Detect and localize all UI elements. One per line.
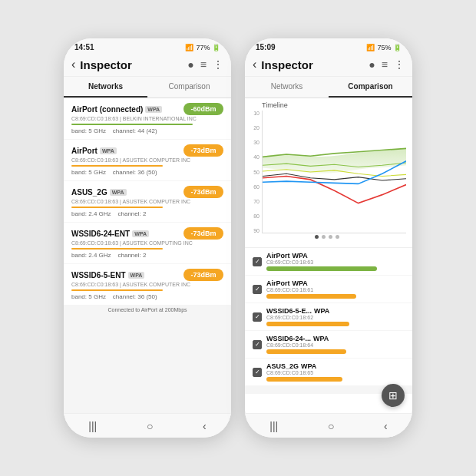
comp-wpa-4: WPA — [313, 335, 329, 342]
signal-bar-1 — [71, 124, 193, 125]
chart-y-axis: 10 20 30 40 50 60 70 80 90 — [248, 111, 262, 233]
comp-bar-2 — [266, 294, 356, 299]
left-tab-networks[interactable]: Networks — [64, 77, 147, 98]
comp-checkbox-2[interactable]: ✓ — [253, 285, 262, 294]
right-nav-back[interactable]: ‹ — [384, 420, 388, 432]
chart-dots — [248, 235, 406, 239]
network-name-5: WSSID6-5-ENT WPA — [71, 271, 144, 279]
chart-dot-1[interactable] — [315, 235, 319, 239]
right-phone: 15:09 📶 75% 🔋 ‹ Inspector ● ≡ ⋮ Networks… — [245, 38, 412, 438]
comp-checkbox-5[interactable]: ✓ — [253, 368, 262, 377]
comp-item-3[interactable]: ✓ WSSID6-5-E... WPA C8:69:CD:C0:18:62 — [245, 303, 412, 330]
comp-info-2: AirPort WPA C8:69:CD:C0:18:61 — [266, 279, 405, 299]
right-bottom-nav: ||| ○ ‹ — [245, 413, 412, 438]
signal-badge-1: -60dBm — [183, 103, 223, 115]
left-network-list: AirPort (connected) WPA -60dBm C8:69:CD:… — [64, 98, 231, 421]
chart-container: 10 20 30 40 50 60 70 80 90 — [248, 111, 406, 233]
comp-item-2[interactable]: ✓ AirPort WPA C8:69:CD:C0:18:61 — [245, 276, 412, 302]
left-dot-icon[interactable]: ● — [187, 58, 193, 71]
comp-checkbox-4[interactable]: ✓ — [253, 340, 262, 349]
network-mac-3: C8:69:CD:C0:18:63 | ASUSTEK COMPUTER INC — [71, 199, 223, 204]
right-signal-icon: 📶 — [366, 44, 375, 51]
right-nav-home[interactable]: ○ — [328, 420, 334, 432]
comp-wpa-2: WPA — [293, 279, 308, 287]
network-item-1[interactable]: AirPort (connected) WPA -60dBm C8:69:CD:… — [64, 98, 231, 139]
right-time: 15:09 — [256, 43, 276, 51]
signal-badge-4: -73dBm — [183, 227, 223, 240]
comp-info-5: ASUS_2G WPA C8:69:CD:C0:18:65 — [266, 362, 405, 382]
signal-badge-5: -73dBm — [183, 269, 223, 281]
left-app-icons: ● ≡ ⋮ — [187, 58, 223, 71]
signal-bar-4 — [71, 248, 163, 250]
comp-bar-5 — [266, 377, 342, 382]
network-mac-1: C8:69:CD:C0:18:63 | BELKIN INTERNATIONAL… — [71, 116, 223, 121]
left-app-title: Inspector — [80, 58, 187, 71]
left-bottom-nav: ||| ○ ‹ — [64, 413, 231, 438]
network-detail-2: band: 5 GHz channel: 36 (50) — [71, 169, 223, 176]
signal-badge-2: -73dBm — [183, 144, 223, 157]
network-name-1: AirPort (connected) WPA — [71, 105, 162, 114]
network-detail-4: band: 2.4 GHz channel: 2 — [71, 252, 223, 259]
right-tab-comparison[interactable]: Comparison — [329, 77, 412, 98]
left-nav-menu[interactable]: ||| — [88, 420, 97, 432]
comp-item-4[interactable]: ✓ WSSID6-24-... WPA C8:69:CD:C0:18:64 — [245, 331, 412, 358]
left-more-icon[interactable]: ⋮ — [213, 58, 223, 71]
left-phone: 14:51 📶 77% 🔋 ‹ Inspector ● ≡ ⋮ Networks… — [64, 38, 231, 438]
left-nav-back[interactable]: ‹ — [203, 420, 207, 432]
left-signal-icon: 📶 — [185, 44, 193, 51]
right-more-icon[interactable]: ⋮ — [394, 58, 405, 71]
network-item-3[interactable]: ASUS_2G WPA -73dBm C8:69:CD:C0:18:63 | A… — [64, 181, 231, 222]
right-status-bar: 15:09 📶 75% 🔋 — [245, 38, 412, 53]
signal-bar-3 — [71, 207, 163, 208]
connected-label: Connected to AirPort at 200Mbps — [64, 306, 231, 314]
network-name-2: AirPort WPA — [71, 147, 117, 155]
signal-bar-5 — [71, 289, 163, 291]
comp-wpa-5: WPA — [301, 362, 316, 370]
comp-item-5[interactable]: ✓ ASUS_2G WPA C8:69:CD:C0:18:65 — [245, 359, 412, 385]
chart-area — [262, 111, 406, 233]
right-tab-networks[interactable]: Networks — [245, 77, 329, 98]
network-item-2[interactable]: AirPort WPA -73dBm C8:69:CD:C0:18:63 | A… — [64, 140, 231, 180]
right-status-icons: 📶 75% 🔋 — [366, 44, 402, 51]
right-app-icons: ● ≡ ⋮ — [369, 58, 405, 71]
right-back-button[interactable]: ‹ — [253, 58, 256, 71]
network-wpa-badge-3: WPA — [110, 189, 127, 196]
chart-dot-2[interactable] — [322, 235, 326, 239]
right-filter-icon[interactable]: ≡ — [382, 58, 388, 71]
right-app-bar: ‹ Inspector ● ≡ ⋮ — [245, 53, 412, 77]
right-nav-menu[interactable]: ||| — [269, 420, 278, 432]
comp-bar-3 — [266, 322, 349, 326]
right-tab-bar: Networks Comparison — [245, 77, 412, 98]
left-filter-icon[interactable]: ≡ — [200, 58, 207, 71]
chart-section: Timeline 10 20 30 40 50 60 70 80 90 — [245, 98, 412, 248]
chart-dot-4[interactable] — [336, 235, 339, 239]
comp-bar-4 — [266, 349, 346, 354]
network-item-4[interactable]: WSSID6-24-ENT WPA -73dBm C8:69:CD:C0:18:… — [64, 223, 231, 263]
comp-checkbox-3[interactable]: ✓ — [253, 312, 262, 322]
left-tab-comparison[interactable]: Comparison — [147, 77, 231, 98]
signal-badge-3: -73dBm — [183, 186, 223, 198]
right-dot-icon[interactable]: ● — [369, 58, 375, 71]
network-wpa-badge-4: WPA — [132, 230, 149, 237]
left-app-bar: ‹ Inspector ● ≡ ⋮ — [64, 53, 231, 77]
comparison-list: ✓ AirPort WPA C8:69:CD:C0:18:63 ✓ AirPor… — [245, 248, 412, 394]
comp-item-1[interactable]: ✓ AirPort WPA C8:69:CD:C0:18:63 — [245, 248, 412, 275]
network-mac-2: C8:69:CD:C0:18:63 | ASUSTEK COMPUTER INC — [71, 157, 223, 163]
chart-dot-3[interactable] — [329, 235, 332, 239]
left-battery: 77% 🔋 — [196, 44, 220, 51]
left-time: 14:51 — [74, 43, 94, 51]
comp-checkbox-1[interactable]: ✓ — [253, 257, 262, 266]
network-detail-3: band: 2.4 GHz channel: 2 — [71, 210, 223, 217]
right-battery: 75% 🔋 — [377, 44, 402, 51]
comp-info-4: WSSID6-24-... WPA C8:69:CD:C0:18:64 — [266, 335, 405, 354]
network-detail-5: band: 5 GHz channel: 36 (50) — [71, 293, 223, 300]
comp-wpa-3: WPA — [314, 307, 329, 315]
network-mac-5: C8:69:CD:C0:18:63 | ASUSTEK COMPUTER INC — [71, 282, 223, 287]
fab-button[interactable]: ⊞ — [382, 384, 405, 407]
network-item-5[interactable]: WSSID6-5-ENT WPA -73dBm C8:69:CD:C0:18:6… — [64, 264, 231, 305]
left-nav-home[interactable]: ○ — [147, 420, 153, 432]
left-back-button[interactable]: ‹ — [71, 58, 75, 71]
network-mac-4: C8:69:CD:C0:18:63 | ASUSTEK COMPUTING IN… — [71, 240, 223, 246]
chart-title: Timeline — [262, 101, 406, 109]
left-status-bar: 14:51 📶 77% 🔋 — [64, 38, 231, 53]
